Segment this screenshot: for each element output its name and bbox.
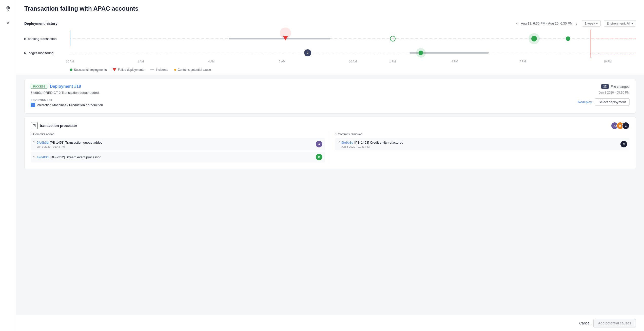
- legend-success-dot: [70, 69, 72, 71]
- ledger-chart-area: 2: [70, 46, 636, 60]
- env-icon: [31, 103, 35, 107]
- current-time-line-1: [591, 30, 591, 46]
- content-area: SUCCESS Deployment #18 5fe9b3d PREDICT-2…: [16, 75, 644, 315]
- select-deployment-button[interactable]: Select deployment: [595, 98, 630, 106]
- files-date: Jun 3 2020 - 08:10 PM: [599, 91, 630, 94]
- commit-hash-2[interactable]: 49d4f3d: [37, 155, 49, 159]
- success-dot-ledger: [419, 51, 423, 55]
- commit-date-1: Jun 3 2020 - 01:43 PM: [37, 145, 103, 148]
- commit-avatar-removed-1: C: [620, 141, 627, 147]
- commit-item-2: ⑂ 49d4f3d [DH-2312] Stream event process…: [31, 152, 325, 162]
- commit-info-2: 49d4f3d [DH-2312] Stream event processor: [37, 155, 101, 159]
- commits-section: 3 Commits added ⑂ 5fe9b3d [PB-1453] Tran…: [31, 133, 630, 164]
- deployment-card: SUCCESS Deployment #18 5fe9b3d PREDICT-2…: [24, 79, 636, 114]
- processor-header: transaction-processor A B C: [31, 122, 630, 129]
- environment-dropdown[interactable]: Environment: All ▾: [604, 20, 636, 27]
- success-outline-1: [390, 36, 396, 41]
- processor-title-row: transaction-processor: [31, 122, 77, 129]
- files-changed: 12 File changed: [601, 84, 630, 89]
- time-label-4: 7 AM: [279, 60, 285, 63]
- time-label-8: 7 PM: [519, 60, 526, 63]
- success-dot-large-1: [531, 36, 537, 41]
- commit-item-removed-1: ⑂ 5fe9b3d [PB-1453] Credit entity refact…: [335, 138, 630, 150]
- commits-added-col: 3 Commits added ⑂ 5fe9b3d [PB-1453] Tran…: [31, 133, 330, 164]
- commits-added-header: 3 Commits added: [31, 133, 325, 136]
- date-range-label: Aug 13, 6:30 PM - Aug 20, 6:30 PM: [521, 21, 573, 25]
- success-dot-2: [566, 36, 570, 41]
- cancel-button[interactable]: Cancel: [579, 321, 590, 325]
- commit-icon-1: ⑂: [33, 140, 35, 144]
- section-header: Deployment history ‹ Aug 13, 6:30 PM - A…: [24, 20, 636, 27]
- legend-potential-cause: Contains potential cause: [174, 68, 211, 72]
- page-footer: Cancel Add potential causes: [16, 315, 644, 331]
- card-actions: Redeploy Select deployment: [578, 98, 630, 106]
- future-dashed-1: [591, 39, 636, 39]
- legend-potential-dot: [174, 69, 176, 71]
- time-label-2: 1 AM: [138, 60, 144, 63]
- incident-bar-1: [229, 38, 330, 39]
- chart-legend: Successful deployments Failed deployment…: [24, 66, 636, 75]
- number-badge-2: 2: [304, 49, 311, 56]
- commit-message-2: [DH-2312] Stream event processor: [50, 155, 101, 159]
- pin-icon[interactable]: [4, 5, 12, 13]
- processor-name: transaction-processor: [40, 124, 77, 128]
- files-count: 12: [601, 84, 609, 89]
- legend-incidents-label: Incidents: [156, 68, 168, 72]
- commits-removed-header: 1 Commits removed: [335, 133, 630, 136]
- commit-icon-2: ⑂: [33, 155, 35, 159]
- period-dropdown[interactable]: 1 week ▾: [582, 20, 601, 27]
- header-controls: ‹ Aug 13, 6:30 PM - Aug 20, 6:30 PM › 1 …: [515, 20, 636, 27]
- commit-message-1: [PB-1453] Transaction queue added: [50, 141, 102, 144]
- commit-avatar-2: B: [316, 154, 322, 160]
- ledger-monitoring-label[interactable]: ▶ ledger-monitoring: [24, 51, 70, 55]
- deployment-card-right: 12 File changed Jun 3 2020 - 08:10 PM Re…: [578, 84, 630, 106]
- legend-potential-label: Contains potential cause: [178, 68, 211, 72]
- date-navigation: ‹ Aug 13, 6:30 PM - Aug 20, 6:30 PM ›: [515, 21, 579, 26]
- commit-hash-1[interactable]: 5fe9b3d: [37, 141, 49, 144]
- legend-incidents: Incidents: [150, 68, 168, 72]
- legend-failed-triangle: [113, 68, 116, 71]
- commit-left-removed-1: ⑂ 5fe9b3d [PB-1453] Credit entity refact…: [338, 140, 403, 148]
- expand-icon-banking: ▶: [24, 37, 26, 40]
- commit-left-2: ⑂ 49d4f3d [DH-2312] Stream event process…: [33, 155, 101, 159]
- banking-chart-area: [70, 32, 636, 46]
- processor-card: transaction-processor A B C 3 Commits ad…: [24, 117, 636, 169]
- commit-icon-removed-1: ⑂: [338, 140, 340, 144]
- future-dashed-2: [591, 53, 636, 53]
- commit-hash-removed-1[interactable]: 5fe9b3d: [341, 141, 353, 144]
- redeploy-button[interactable]: Redeploy: [578, 100, 592, 104]
- commit-item-1: ⑂ 5fe9b3d [PB-1453] Transaction queue ad…: [31, 138, 325, 150]
- files-label: File changed: [611, 85, 630, 89]
- legend-failed: Failed deployments: [113, 68, 144, 72]
- prev-arrow[interactable]: ‹: [515, 21, 519, 26]
- chart-rows: ▶ banking-transaction: [24, 32, 636, 60]
- commit-avatar-1: A: [316, 141, 322, 147]
- banking-transaction-label[interactable]: ▶ banking-transaction: [24, 37, 70, 41]
- commit-info-removed-1: 5fe9b3d [PB-1453] Credit entity refactor…: [341, 140, 403, 148]
- avatars-group: A B C: [611, 122, 630, 129]
- deployment-card-left: SUCCESS Deployment #18 5fe9b3d PREDICT-2…: [31, 84, 103, 107]
- chevron-down-icon: ▾: [596, 21, 598, 25]
- time-label-5: 10 AM: [349, 60, 357, 63]
- chart-row-banking: ▶ banking-transaction: [24, 32, 636, 46]
- page-header: Transaction failing with APAC accounts: [16, 0, 644, 16]
- sidebar: [0, 0, 16, 331]
- current-time-line-2: [591, 44, 591, 58]
- close-icon[interactable]: [4, 19, 12, 27]
- deployment-title[interactable]: Deployment #18: [50, 84, 81, 89]
- time-label-1: 10 AM: [66, 60, 74, 63]
- time-label-7: 4 PM: [452, 60, 458, 63]
- legend-incidents-bar: [150, 69, 154, 70]
- chart-row-ledger: ▶ ledger-monitoring 2: [24, 46, 636, 60]
- next-arrow[interactable]: ›: [575, 21, 579, 26]
- deployment-title-row: SUCCESS Deployment #18: [31, 84, 103, 89]
- commit-message-removed-1: [PB-1453] Credit entity refactored: [354, 141, 403, 144]
- time-axis: 10 AM 1 AM 4 AM 7 AM 10 AM 1 PM 4 PM 7 P…: [70, 60, 636, 65]
- time-label-3: 4 AM: [208, 60, 214, 63]
- time-label-9: 10 PM: [603, 60, 612, 63]
- legend-success-label: Successful deployments: [74, 68, 107, 72]
- env-section: Environment Prediction Machines / Produc…: [31, 99, 103, 107]
- time-label-6: 1 PM: [389, 60, 396, 63]
- add-causes-button[interactable]: Add potential causes: [593, 319, 636, 327]
- commits-removed-col: 1 Commits removed ⑂ 5fe9b3d [PB-1453] Cr…: [330, 133, 630, 164]
